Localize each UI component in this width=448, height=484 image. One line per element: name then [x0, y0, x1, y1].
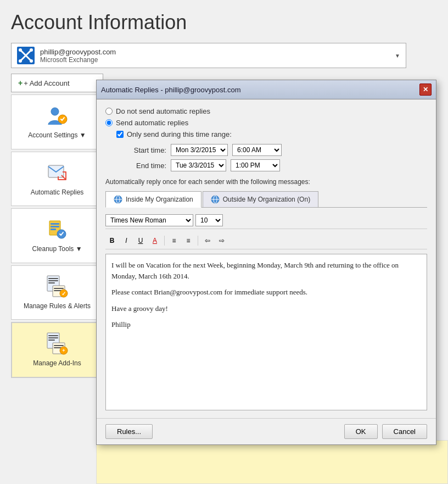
- sidebar: + + Add Account Account Settings ▼: [11, 74, 103, 380]
- svg-rect-16: [48, 282, 55, 283]
- dialog-body: Do not send automatic replies Send autom…: [97, 99, 436, 418]
- add-account-button[interactable]: + + Add Account: [11, 74, 103, 92]
- cancel-button[interactable]: Cancel: [382, 424, 427, 439]
- ok-button[interactable]: OK: [344, 424, 378, 439]
- svg-rect-27: [54, 345, 64, 346]
- svg-text:+: +: [62, 348, 65, 353]
- sidebar-label-manage-rules: Manage Rules & Alerts: [24, 302, 91, 311]
- dialog-close-button[interactable]: ✕: [419, 84, 432, 96]
- radio-send-label[interactable]: Send automatic replies: [116, 119, 188, 127]
- dialog-footer: Rules... OK Cancel: [97, 418, 436, 444]
- italic-button[interactable]: I: [120, 235, 133, 247]
- outside-org-icon: [211, 195, 220, 204]
- automatic-replies-dialog: Automatic Replies - phillip@groovypost.c…: [96, 80, 436, 445]
- checkbox-time-range-label[interactable]: Only send during this time range:: [127, 130, 232, 138]
- auto-reply-info: Automatically reply once for each sender…: [105, 178, 427, 186]
- sidebar-item-manage-rules[interactable]: ✓ Manage Rules & Alerts: [11, 265, 103, 320]
- tabs-row: Inside My Organization Outside My Organi…: [105, 191, 427, 208]
- inside-org-icon: [114, 195, 122, 204]
- footer-right-buttons: OK Cancel: [344, 424, 427, 439]
- end-time-row: End time: Tue 3/3/2015 1:00 PM: [125, 159, 427, 171]
- bullets-button[interactable]: ≡: [167, 235, 181, 247]
- radio-send-row: Send automatic replies: [105, 119, 427, 127]
- start-date-select[interactable]: Mon 3/2/2015: [171, 144, 228, 156]
- sidebar-item-automatic-replies[interactable]: Automatic Replies: [11, 152, 103, 207]
- tab-outside-org-label: Outside My Organization (On): [223, 196, 310, 203]
- font-color-button[interactable]: A: [148, 235, 161, 247]
- tab-inside-org[interactable]: Inside My Organization: [105, 191, 201, 208]
- svg-rect-24: [48, 337, 58, 338]
- message-line-4: Phillip: [111, 319, 421, 330]
- sidebar-label-account-settings: Account Settings ▼: [28, 131, 86, 140]
- message-line-3: Have a groovy day!: [111, 303, 421, 314]
- svg-rect-25: [48, 340, 55, 341]
- svg-rect-9: [51, 223, 59, 225]
- radio-no-send-row: Do not send automatic replies: [105, 107, 427, 115]
- dialog-titlebar: Automatic Replies - phillip@groovypost.c…: [97, 80, 436, 99]
- sidebar-label-manage-addins: Manage Add-Ins: [33, 359, 81, 368]
- svg-point-1: [19, 48, 22, 52]
- account-email: phillip@groovypost.com: [40, 48, 390, 56]
- main-page: Account Information phillip@groovypost.c…: [0, 0, 448, 484]
- sidebar-label-automatic-replies: Automatic Replies: [31, 188, 84, 197]
- message-line-2: Please contact Brian@groovypost.com for …: [111, 287, 421, 298]
- checkbox-time-range-row: Only send during this time range:: [116, 130, 427, 138]
- dropdown-arrow-icon: ▼: [395, 53, 400, 59]
- tab-inside-org-label: Inside My Organization: [126, 196, 193, 203]
- svg-rect-15: [48, 280, 58, 281]
- toolbar-divider-1: [164, 236, 165, 246]
- account-selector[interactable]: phillip@groovypost.com Microsoft Exchang…: [11, 43, 406, 68]
- start-time-label: Start time:: [125, 146, 166, 154]
- message-body[interactable]: I will be on Vacation for the next Week,…: [105, 254, 427, 410]
- decrease-indent-button[interactable]: ⇦: [201, 235, 214, 247]
- end-date-select[interactable]: Tue 3/3/2015: [171, 159, 226, 171]
- yellow-note: [96, 440, 448, 484]
- account-type: Microsoft Exchange: [40, 56, 390, 64]
- account-info: phillip@groovypost.com Microsoft Exchang…: [40, 48, 390, 64]
- tab-outside-org[interactable]: Outside My Organization (On): [203, 191, 318, 207]
- cleanup-tools-icon: [45, 218, 69, 242]
- radio-send[interactable]: [105, 119, 113, 126]
- sidebar-item-manage-addins[interactable]: + Manage Add-Ins: [11, 322, 103, 378]
- svg-rect-14: [48, 278, 58, 279]
- start-time-row: Start time: Mon 3/2/2015 6:00 AM: [125, 144, 427, 156]
- toolbar-divider-2: [198, 236, 198, 246]
- numbering-button[interactable]: ≡: [182, 235, 195, 247]
- account-settings-icon: [45, 104, 69, 128]
- svg-point-3: [19, 59, 22, 63]
- start-time-select[interactable]: 6:00 AM: [232, 144, 282, 156]
- svg-rect-18: [54, 288, 64, 289]
- account-icon: [17, 47, 35, 64]
- rules-button[interactable]: Rules...: [105, 424, 153, 439]
- svg-point-2: [30, 48, 33, 52]
- svg-point-5: [51, 108, 59, 115]
- message-line-1: I will be on Vacation for the next Week,…: [111, 260, 421, 281]
- radio-no-send[interactable]: [105, 108, 113, 115]
- font-toolbar: Times New Roman 10: [105, 212, 427, 229]
- increase-indent-button[interactable]: ⇨: [215, 235, 228, 247]
- automatic-replies-icon: [45, 161, 69, 185]
- sidebar-label-cleanup-tools: Cleanup Tools ▼: [32, 245, 82, 254]
- plus-icon: +: [18, 79, 23, 87]
- radio-no-send-label[interactable]: Do not send automatic replies: [116, 107, 210, 115]
- bold-button[interactable]: B: [105, 235, 119, 247]
- page-title: Account Information: [11, 11, 437, 34]
- svg-rect-23: [48, 335, 58, 336]
- time-range-grid: Start time: Mon 3/2/2015 6:00 AM End tim…: [125, 144, 427, 171]
- checkbox-time-range[interactable]: [116, 131, 124, 138]
- add-account-label: + Add Account: [24, 79, 69, 87]
- dialog-title: Automatic Replies - phillip@groovypost.c…: [101, 86, 241, 94]
- end-time-select[interactable]: 1:00 PM: [231, 159, 280, 171]
- svg-rect-11: [51, 229, 56, 230]
- sidebar-item-account-settings[interactable]: Account Settings ▼: [11, 94, 103, 149]
- underline-button[interactable]: U: [134, 235, 147, 247]
- font-size-select[interactable]: 10: [195, 214, 223, 226]
- font-name-select[interactable]: Times New Roman: [105, 214, 193, 226]
- svg-point-4: [30, 59, 33, 63]
- format-toolbar: B I U A ≡ ≡ ⇦ ⇨: [105, 232, 427, 249]
- sidebar-item-cleanup-tools[interactable]: Cleanup Tools ▼: [11, 208, 103, 263]
- manage-rules-icon: ✓: [45, 275, 69, 299]
- manage-addins-icon: +: [45, 332, 69, 356]
- svg-text:✓: ✓: [61, 291, 66, 297]
- svg-rect-10: [51, 226, 59, 227]
